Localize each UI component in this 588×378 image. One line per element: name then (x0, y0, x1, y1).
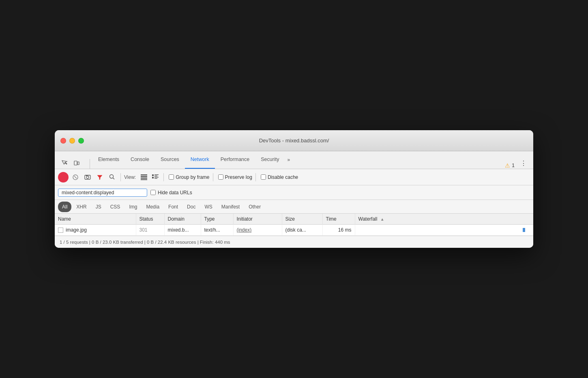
waterfall-bar (523, 228, 525, 232)
type-filter-manifest[interactable]: Manifest (217, 202, 244, 212)
svg-rect-11 (141, 176, 147, 177)
tab-sources[interactable]: Sources (155, 151, 185, 169)
title-bar: DevTools - mixed.badssl.com/ (55, 130, 533, 151)
type-filter-all[interactable]: All (58, 202, 71, 212)
traffic-lights (60, 138, 84, 144)
svg-rect-14 (152, 174, 154, 176)
search-button[interactable] (107, 172, 117, 183)
status-bar-text: 1 / 5 requests | 0 B / 23.0 KB transferr… (60, 240, 230, 245)
close-button[interactable] (60, 138, 66, 144)
type-filter-font[interactable]: Font (164, 202, 182, 212)
toolbar-divider-3 (213, 173, 213, 181)
preserve-log-label[interactable]: Preserve log (218, 174, 252, 180)
type-filter-js[interactable]: JS (92, 202, 105, 212)
svg-rect-19 (155, 178, 157, 179)
col-waterfall[interactable]: Waterfall ▲ (355, 214, 533, 225)
view-label: View: (124, 174, 136, 180)
svg-point-5 (86, 176, 89, 178)
row-checkbox[interactable] (58, 228, 63, 233)
maximize-button[interactable] (78, 138, 84, 144)
svg-rect-12 (141, 178, 147, 179)
svg-rect-18 (155, 177, 159, 178)
network-toolbar: View: Group by frame (55, 169, 533, 185)
cell-time: 16 ms (322, 225, 355, 236)
filter-input[interactable] (58, 189, 147, 197)
preserve-log-text: Preserve log (225, 174, 252, 180)
table-row[interactable]: image.jpg 301 mixed.b... text/h... (inde… (55, 225, 533, 236)
disable-cache-label[interactable]: Disable cache (261, 174, 298, 180)
svg-rect-17 (152, 177, 154, 178)
sort-arrow-icon: ▲ (380, 217, 384, 221)
svg-line-3 (74, 176, 77, 178)
filter-bar: Hide data URLs (55, 185, 533, 200)
clear-button[interactable] (70, 172, 81, 183)
cell-waterfall (355, 225, 533, 236)
tab-bar: Elements Console Sources Network Perform… (55, 151, 533, 169)
svg-rect-16 (155, 176, 157, 176)
type-filter-img[interactable]: Img (125, 202, 141, 212)
hide-data-urls-label[interactable]: Hide data URLs (150, 190, 192, 195)
disable-cache-checkbox[interactable] (261, 174, 266, 180)
window-title: DevTools - mixed.badssl.com/ (259, 137, 329, 144)
svg-point-8 (109, 175, 113, 178)
group-by-frame-text: Group by frame (176, 174, 209, 180)
record-button[interactable] (58, 172, 69, 183)
requests-table-container: Name Status Domain Type Initiator Size T… (55, 214, 533, 236)
type-filter-ws[interactable]: WS (200, 202, 216, 212)
requests-table: Name Status Domain Type Initiator Size T… (55, 214, 533, 236)
cell-size: (disk ca... (282, 225, 322, 236)
devtools-window: DevTools - mixed.badssl.com/ Elements Co… (55, 130, 533, 248)
type-filter-xhr[interactable]: XHR (72, 202, 90, 212)
disable-cache-text: Disable cache (268, 174, 298, 180)
svg-rect-0 (74, 161, 77, 165)
group-by-frame-label[interactable]: Group by frame (169, 174, 209, 180)
type-filter-doc[interactable]: Doc (183, 202, 200, 212)
type-filter-media[interactable]: Media (142, 202, 163, 212)
svg-marker-7 (97, 175, 102, 180)
filter-button[interactable] (94, 172, 105, 183)
warning-badge[interactable]: ⚠ 1 (502, 162, 518, 169)
tab-network[interactable]: Network (185, 151, 215, 169)
view-details-button[interactable] (150, 172, 160, 182)
tab-console[interactable]: Console (125, 151, 155, 169)
tab-security[interactable]: Security (255, 151, 285, 169)
inspect-icon-button[interactable] (59, 157, 70, 169)
cell-status: 301 (136, 225, 164, 236)
tab-separator (90, 159, 90, 169)
type-filter-css[interactable]: CSS (106, 202, 124, 212)
tab-overflow-button[interactable]: » (285, 151, 292, 169)
minimize-button[interactable] (69, 138, 75, 144)
col-time[interactable]: Time (322, 214, 355, 225)
view-list-button[interactable] (139, 172, 149, 182)
hide-data-urls-text: Hide data URLs (158, 190, 192, 195)
warning-count: 1 (512, 163, 515, 168)
cell-name: image.jpg (55, 225, 136, 236)
tab-performance[interactable]: Performance (215, 151, 255, 169)
cell-type: text/h... (201, 225, 233, 236)
svg-rect-10 (141, 174, 147, 176)
col-size[interactable]: Size (282, 214, 322, 225)
hide-data-urls-checkbox[interactable] (150, 190, 156, 195)
type-filter-bar: All XHR JS CSS Img Media Font Doc WS Man… (55, 200, 533, 214)
warning-icon: ⚠ (505, 162, 510, 169)
col-name[interactable]: Name (55, 214, 136, 225)
cell-domain: mixed.b... (164, 225, 201, 236)
preserve-log-checkbox[interactable] (218, 174, 223, 180)
tab-elements[interactable]: Elements (92, 151, 125, 169)
col-domain[interactable]: Domain (164, 214, 201, 225)
type-filter-other[interactable]: Other (245, 202, 265, 212)
col-type[interactable]: Type (201, 214, 233, 225)
file-name: image.jpg (66, 227, 87, 233)
group-by-frame-checkbox[interactable] (169, 174, 174, 180)
toolbar-divider-2 (163, 173, 164, 181)
toolbar-icons (59, 157, 82, 169)
svg-rect-13 (141, 179, 147, 180)
col-status[interactable]: Status (136, 214, 164, 225)
devtools-menu-button[interactable]: ⋮ (518, 157, 529, 169)
device-toolbar-button[interactable] (71, 157, 82, 169)
col-initiator[interactable]: Initiator (233, 214, 282, 225)
status-bar: 1 / 5 requests | 0 B / 23.0 KB transferr… (55, 236, 533, 248)
screenshot-button[interactable] (82, 172, 93, 183)
svg-rect-6 (86, 175, 87, 176)
toolbar-divider-1 (120, 173, 121, 181)
